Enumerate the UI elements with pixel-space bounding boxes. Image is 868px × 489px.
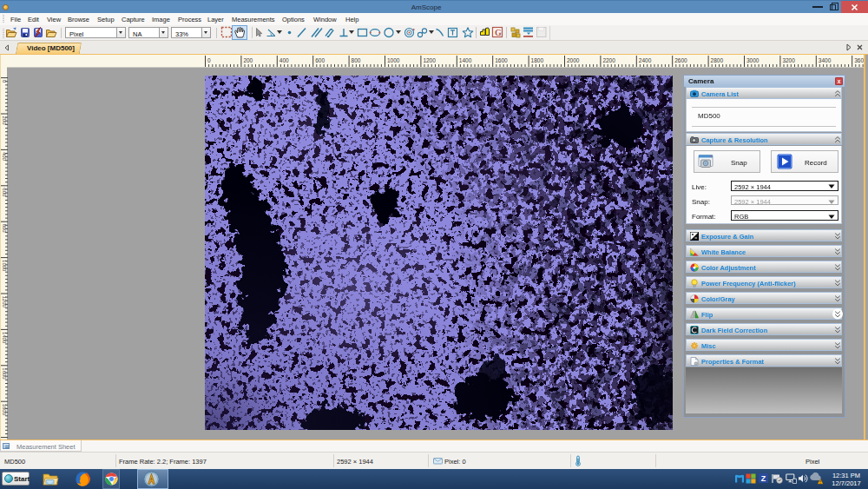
svg-text:2800: 2800 — [711, 57, 724, 63]
svg-text:2400: 2400 — [639, 57, 652, 63]
svg-text:800: 800 — [352, 57, 361, 63]
svg-text:200: 200 — [2, 116, 7, 126]
svg-text:1000: 1000 — [387, 57, 400, 63]
svg-text:2000: 2000 — [567, 57, 580, 63]
svg-text:0: 0 — [207, 57, 211, 63]
svg-text:G: G — [495, 28, 502, 37]
svg-text:400: 400 — [279, 57, 289, 63]
svg-text:1400: 1400 — [2, 332, 7, 344]
svg-text:800: 800 — [2, 224, 7, 234]
svg-text:400: 400 — [2, 152, 7, 162]
svg-text:3000: 3000 — [746, 57, 760, 63]
svg-text:600: 600 — [2, 188, 7, 197]
svg-text:1200: 1200 — [2, 296, 7, 308]
svg-text:1800: 1800 — [531, 57, 544, 63]
svg-text:2200: 2200 — [602, 57, 615, 63]
svg-text:3400: 3400 — [819, 57, 832, 63]
svg-text:1600: 1600 — [495, 57, 508, 63]
svg-text:200: 200 — [243, 57, 253, 63]
svg-text:1600: 1600 — [2, 367, 7, 380]
svg-text:1400: 1400 — [459, 57, 472, 63]
svg-text:0: 0 — [2, 80, 7, 83]
svg-text:1000: 1000 — [2, 260, 7, 272]
svg-text:1800: 1800 — [2, 404, 7, 416]
svg-text:600: 600 — [315, 57, 325, 63]
svg-text:1200: 1200 — [423, 57, 436, 63]
svg-text:2600: 2600 — [674, 57, 687, 63]
svg-text:3200: 3200 — [782, 57, 795, 63]
